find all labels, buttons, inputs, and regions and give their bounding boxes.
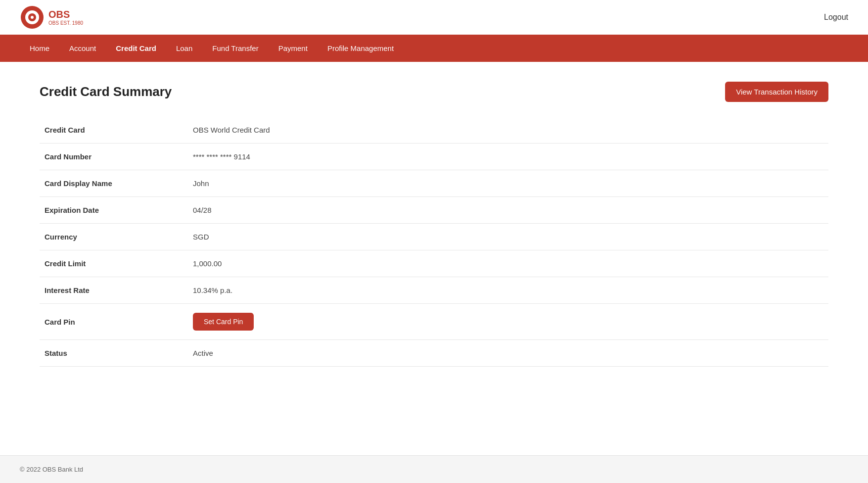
value-expiration-date: 04/28 bbox=[193, 206, 212, 214]
label-credit-limit: Credit Limit bbox=[45, 259, 193, 268]
label-currency: Currency bbox=[45, 233, 193, 241]
summary-row-interest-rate: Interest Rate 10.34% p.a. bbox=[40, 277, 828, 304]
logo-container: OBS OBS EST. 1980 bbox=[20, 5, 83, 30]
nav-item-home[interactable]: Home bbox=[20, 35, 59, 62]
footer: © 2022 OBS Bank Ltd bbox=[0, 455, 868, 483]
copyright-text: © 2022 OBS Bank Ltd bbox=[20, 466, 83, 473]
obs-logo-icon bbox=[20, 5, 45, 30]
label-card-number: Card Number bbox=[45, 152, 193, 161]
logo-text: OBS OBS EST. 1980 bbox=[48, 8, 83, 26]
value-credit-card: OBS World Credit Card bbox=[193, 126, 270, 134]
value-status: Active bbox=[193, 349, 213, 357]
label-expiration-date: Expiration Date bbox=[45, 206, 193, 214]
main-content: Credit Card Summary View Transaction His… bbox=[0, 62, 868, 455]
header: OBS OBS EST. 1980 Logout bbox=[0, 0, 868, 35]
value-interest-rate: 10.34% p.a. bbox=[193, 286, 232, 294]
nav-item-fund-transfer[interactable]: Fund Transfer bbox=[202, 35, 268, 62]
label-status: Status bbox=[45, 349, 193, 357]
summary-row-card-pin: Card Pin Set Card Pin bbox=[40, 304, 828, 340]
label-card-pin: Card Pin bbox=[45, 318, 193, 326]
summary-row-card-display-name: Card Display Name John bbox=[40, 170, 828, 197]
value-credit-limit: 1,000.00 bbox=[193, 259, 222, 268]
nav-item-account[interactable]: Account bbox=[59, 35, 106, 62]
label-interest-rate: Interest Rate bbox=[45, 286, 193, 294]
value-card-display-name: John bbox=[193, 179, 209, 188]
nav-item-credit-card[interactable]: Credit Card bbox=[106, 35, 166, 62]
view-transaction-history-button[interactable]: View Transaction History bbox=[725, 82, 828, 102]
value-card-number: **** **** **** 9114 bbox=[193, 152, 250, 161]
label-card-display-name: Card Display Name bbox=[45, 179, 193, 188]
summary-row-credit-card: Credit Card OBS World Credit Card bbox=[40, 117, 828, 144]
summary-row-credit-limit: Credit Limit 1,000.00 bbox=[40, 250, 828, 277]
page-header: Credit Card Summary View Transaction His… bbox=[40, 82, 828, 102]
nav-item-payment[interactable]: Payment bbox=[269, 35, 318, 62]
summary-row-status: Status Active bbox=[40, 340, 828, 367]
summary-row-card-number: Card Number **** **** **** 9114 bbox=[40, 144, 828, 170]
nav-item-profile-management[interactable]: Profile Management bbox=[318, 35, 404, 62]
label-credit-card: Credit Card bbox=[45, 126, 193, 134]
summary-row-expiration-date: Expiration Date 04/28 bbox=[40, 197, 828, 224]
main-nav: Home Account Credit Card Loan Fund Trans… bbox=[0, 35, 868, 62]
set-card-pin-button[interactable]: Set Card Pin bbox=[193, 313, 254, 331]
value-currency: SGD bbox=[193, 233, 209, 241]
nav-item-loan[interactable]: Loan bbox=[166, 35, 202, 62]
logout-button[interactable]: Logout bbox=[824, 13, 848, 22]
svg-point-3 bbox=[31, 16, 34, 19]
summary-table: Credit Card OBS World Credit Card Card N… bbox=[40, 117, 828, 367]
summary-row-currency: Currency SGD bbox=[40, 224, 828, 250]
page-title: Credit Card Summary bbox=[40, 84, 172, 99]
